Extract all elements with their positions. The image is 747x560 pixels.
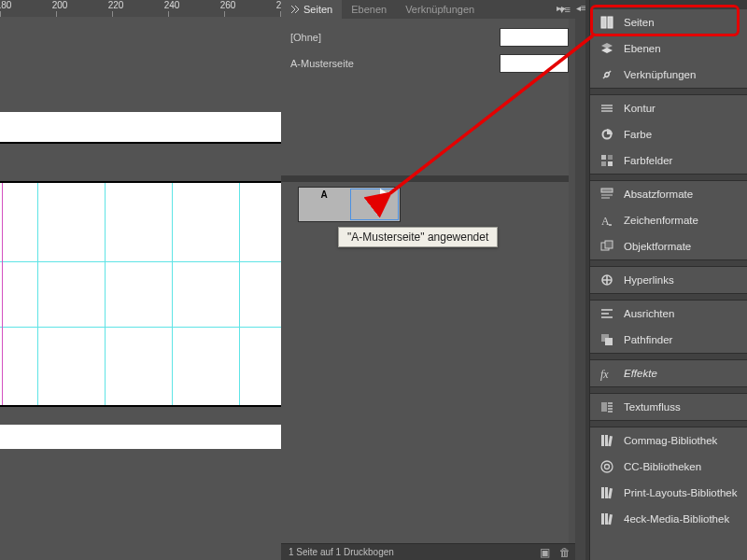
svg-rect-28	[601, 435, 604, 446]
svg-rect-38	[608, 514, 613, 525]
svg-rect-36	[601, 513, 604, 525]
dock-item-label: Commag-Bibliothek	[624, 435, 717, 446]
svg-rect-35	[608, 488, 613, 498]
new-page-button[interactable]: ▣	[540, 546, 550, 559]
master-label: [Ohne]	[290, 32, 321, 43]
dock-item-hyperlink[interactable]: Hyperlinks	[590, 267, 747, 293]
dock-item-align[interactable]: Ausrichten	[590, 301, 747, 327]
dock-item-label: Kontur	[624, 103, 655, 114]
dock-item-library[interactable]: Print-Layouts-Bibliothek	[590, 480, 747, 506]
panel-dragger[interactable]	[281, 175, 578, 182]
ruler-mark: 240	[159, 0, 185, 17]
dock-item-label: Farbfelder	[624, 155, 672, 166]
tooltip: "A-Musterseite" angewendet	[338, 227, 498, 247]
dock-item-label: Print-Layouts-Bibliothek	[624, 487, 737, 498]
right-dock: SeitenEbenenVerknüpfungenKonturFarbeFarb…	[589, 0, 747, 560]
dock-separator	[590, 386, 747, 394]
master-list: [Ohne] A-Musterseite	[281, 19, 578, 90]
textwrap-icon	[599, 399, 614, 414]
ruler-mark: 200	[47, 0, 73, 17]
master-label: A-Musterseite	[290, 58, 354, 69]
panel-tabbar: Seiten Ebenen Verknüpfungen ▾≡	[281, 0, 578, 19]
library-icon	[599, 433, 614, 448]
dock-item-label: Textumfluss	[624, 401, 681, 413]
svg-rect-15	[605, 241, 613, 248]
dock-item-label: Hyperlinks	[624, 274, 674, 286]
page-slice-bottom	[0, 425, 281, 449]
cc-lib-icon	[599, 459, 614, 474]
dock-separator	[590, 88, 747, 95]
dock-item-label: CC-Bibliotheken	[624, 461, 701, 472]
dock-item-para-style[interactable]: Absatzformate	[590, 181, 747, 207]
pages-icon	[599, 15, 614, 30]
dock-item-layers[interactable]: Ebenen	[590, 35, 747, 62]
tab-verknuepfungen[interactable]: Verknüpfungen	[396, 0, 484, 19]
svg-rect-1	[608, 17, 613, 28]
hyperlink-icon	[599, 273, 614, 287]
layers-icon	[599, 41, 614, 56]
svg-rect-10	[601, 189, 613, 192]
dock-item-label: 4eck-Media-Bibliothek	[624, 513, 729, 525]
page-slice-top	[0, 112, 281, 142]
dock-item-label: Zeichenformate	[624, 215, 698, 226]
color-icon	[599, 127, 614, 142]
dock-item-stroke[interactable]: Kontur	[590, 95, 747, 121]
svg-rect-30	[608, 436, 613, 446]
dock-item-pages[interactable]: Seiten	[590, 9, 747, 35]
svg-point-32	[605, 465, 610, 469]
dock-item-textwrap[interactable]: Textumfluss	[590, 394, 747, 420]
dock-item-pathfinder[interactable]: Pathfinder	[590, 327, 747, 353]
dock-separator	[590, 293, 747, 301]
ruler-horizontal: 180 200 220 240 260 280	[0, 0, 281, 17]
dock-item-fx[interactable]: fxEffekte	[590, 360, 747, 386]
svg-rect-9	[608, 161, 613, 166]
dock-item-cc-lib[interactable]: CC-Bibliotheken	[590, 454, 747, 480]
canvas-area: 180 200 220 240 260 280	[0, 0, 281, 560]
master-thumb	[500, 54, 569, 73]
swatches-icon	[599, 153, 614, 168]
dock-item-label: Ebenen	[624, 43, 661, 54]
links-icon	[599, 67, 614, 82]
master-row-a[interactable]: A-Musterseite	[281, 50, 578, 77]
pages-panel: Seiten Ebenen Verknüpfungen ▾≡ [Ohne] A-…	[281, 0, 578, 560]
dock-item-label: Farbe	[624, 129, 652, 140]
align-icon	[599, 306, 614, 321]
svg-rect-6	[601, 155, 606, 160]
svg-rect-33	[601, 487, 604, 498]
dock-item-links[interactable]: Verknüpfungen	[590, 62, 747, 88]
svg-text:A: A	[601, 215, 610, 228]
svg-rect-29	[605, 435, 608, 446]
svg-rect-37	[605, 513, 608, 525]
dock-item-color[interactable]: Farbe	[590, 121, 747, 147]
tab-ebenen[interactable]: Ebenen	[342, 0, 396, 19]
panel-status-bar: 1 Seite auf 1 Druckbogen ▣ 🗑	[281, 543, 578, 560]
tooltip-text: "A-Musterseite" angewendet	[347, 231, 488, 244]
collapse-handle[interactable]: ▸▸	[556, 3, 567, 13]
dock-item-library[interactable]: 4eck-Media-Bibliothek	[590, 506, 747, 532]
cursor-icon	[380, 189, 389, 200]
tab-label: Seiten	[303, 0, 332, 19]
stroke-icon	[599, 101, 614, 116]
dock-separator	[590, 420, 747, 427]
dock-item-swatches[interactable]: Farbfelder	[590, 147, 747, 174]
master-row-none[interactable]: [Ohne]	[281, 24, 578, 50]
char-style-icon: A	[599, 213, 614, 228]
dock-item-obj-style[interactable]: Objektformate	[590, 233, 747, 259]
dock-item-char-style[interactable]: AZeichenformate	[590, 207, 747, 233]
dock-item-label: Objektformate	[624, 241, 691, 252]
svg-text:fx: fx	[600, 368, 609, 381]
tab-label: Ebenen	[351, 0, 387, 19]
svg-rect-21	[605, 338, 613, 345]
svg-rect-8	[601, 161, 606, 166]
svg-rect-23	[601, 402, 607, 412]
obj-style-icon	[599, 239, 614, 254]
tab-seiten[interactable]: Seiten	[281, 0, 342, 19]
dock-item-label: Seiten	[624, 17, 655, 28]
para-style-icon	[599, 187, 614, 202]
delete-page-button[interactable]: 🗑	[559, 546, 571, 559]
svg-rect-0	[601, 17, 606, 28]
dock-item-label: Ausrichten	[624, 308, 674, 319]
dock-separator	[590, 174, 747, 181]
master-thumb	[500, 28, 569, 47]
dock-item-library[interactable]: Commag-Bibliothek	[590, 427, 747, 454]
